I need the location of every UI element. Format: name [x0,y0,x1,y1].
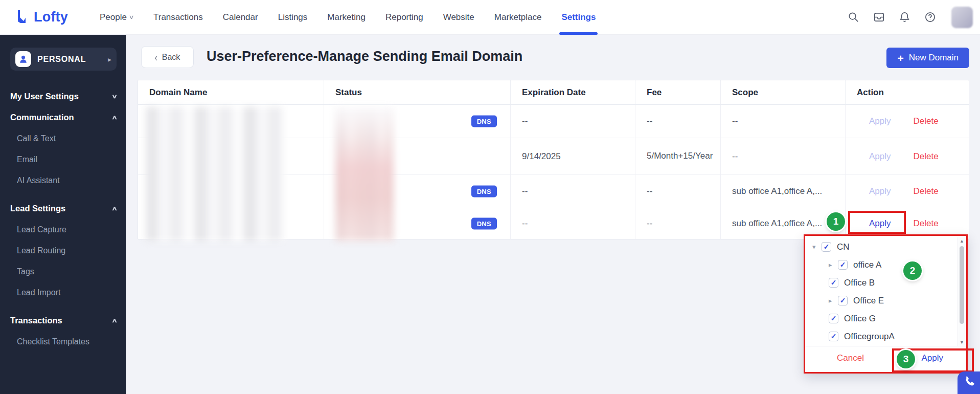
table-header-cell: Fee [635,80,721,105]
main-menu: People ∨ Transactions Calendar Listings … [100,0,616,35]
sidebar-item[interactable]: Lead Routing [10,240,117,261]
scroll-down-icon[interactable]: ▼ [958,339,966,346]
checkbox-checked[interactable]: ✓ [838,260,848,270]
sidebar-item[interactable]: Checklist Templates [10,331,117,352]
tree-row[interactable]: ✓ Office B [805,274,966,292]
sidebar-item[interactable]: Email [10,149,117,170]
scrollbar[interactable]: ▲ ▼ [958,237,965,346]
dns-badge[interactable]: DNS [471,218,497,230]
apply-link[interactable]: Apply [869,116,891,126]
step-badge-3: 3 [897,350,915,368]
expiration-cell: 9/14/2025 [511,138,635,174]
delete-link[interactable]: Delete [914,151,939,162]
action-cell: Apply Delete [846,105,969,138]
table-header-cell: Scope [721,80,846,105]
nav-item-label: Website [443,12,474,23]
nav-right-icons [847,7,973,28]
sidebar-item[interactable]: Transactions ∧ [10,310,117,331]
action-cell: Apply Delete [846,175,969,208]
fee-cell: -- [635,175,721,208]
checkbox-checked[interactable]: ✓ [829,314,838,323]
apply-link[interactable]: Apply [869,186,891,196]
checkbox-checked[interactable]: ✓ [838,296,848,305]
delete-link[interactable]: Delete [914,116,939,126]
dropdown-apply-button[interactable]: Apply [921,353,943,363]
sidebar-item[interactable]: AI Assistant [10,170,117,191]
checkbox-checked[interactable]: ✓ [829,332,838,341]
nav-item[interactable]: Marketing [327,0,366,35]
tree-row[interactable]: ✓ Office G [805,310,966,327]
nav-item[interactable]: Calendar [223,0,258,35]
page-title: User-Preference-Manage Sending Email Dom… [207,49,522,64]
nav-item[interactable]: Reporting [385,0,423,35]
apply-link[interactable]: Apply [869,151,891,162]
scroll-up-icon[interactable]: ▲ [958,237,966,245]
sidebar-item[interactable]: My User Settings ∨ [10,86,117,107]
nav-item[interactable]: Website [443,0,474,35]
sidebar-item[interactable]: Call & Text [10,128,117,149]
chevron-right-icon[interactable]: ▸ [108,55,111,63]
sidebar-item-label: Checklist Templates [17,337,89,346]
tree-caret-icon[interactable]: ▸ [829,261,838,269]
nav-item-label: Settings [561,12,596,23]
domain-table: Domain NameStatusExpiration DateFeeScope… [138,80,969,239]
step-badge-1: 1 [827,212,845,231]
inbox-icon[interactable] [873,11,885,24]
nav-item-label: Calendar [223,12,258,23]
sidebar-item[interactable]: Communication ∧ [10,107,117,128]
sidebar-item-label: AI Assistant [17,176,60,185]
person-icon [15,51,31,67]
checkbox-checked[interactable]: ✓ [829,278,838,288]
lofty-logo[interactable]: Lofty [13,8,68,27]
checkbox-checked[interactable]: ✓ [822,242,831,252]
nav-item-label: Reporting [385,12,423,23]
sidebar-item-label: Transactions [10,316,62,325]
sidebar-item[interactable]: Lead Capture [10,219,117,240]
new-domain-button[interactable]: + New Domain [886,48,969,68]
chevron-icon[interactable]: ∧ [111,317,118,324]
delete-link[interactable]: Delete [914,218,939,229]
search-icon[interactable] [847,11,859,24]
nav-item[interactable]: Marketplace [494,0,542,35]
app-screen: Lofty People ∨ Transactions Calendar Lis… [0,0,980,394]
nav-item[interactable]: Listings [278,0,308,35]
tree-caret-icon[interactable]: ▸ [829,297,838,304]
chevron-icon[interactable]: ∧ [111,205,118,212]
sidebar-item[interactable]: Tags [10,261,117,282]
office-tree: ▾ ✓ CN ▸ ✓ office A ✓ Office B ▸ ✓ Offic… [805,236,966,346]
scope-dropdown-panel: ▾ ✓ CN ▸ ✓ office A ✓ Office B ▸ ✓ Offic… [804,234,968,374]
back-button[interactable]: ‹ Back [141,46,194,68]
tree-row[interactable]: ▾ ✓ CN [805,238,966,256]
chevron-icon[interactable]: ∧ [111,114,118,121]
dns-badge[interactable]: DNS [471,116,497,127]
brand-name: Lofty [34,9,68,25]
sidebar-item[interactable]: Lead Settings ∧ [10,198,117,219]
cancel-button[interactable]: Cancel [837,353,864,363]
nav-item[interactable]: Transactions [153,0,203,35]
tree-row[interactable]: ▸ ✓ Office E [805,292,966,310]
nav-item[interactable]: People ∨ [100,0,133,35]
phone-icon [962,375,977,390]
sidebar-item[interactable]: Lead Import [10,282,117,303]
fee-cell: -- [635,105,721,138]
scrollbar-thumb[interactable] [960,246,964,324]
apply-link[interactable]: Apply [869,218,891,229]
bell-icon[interactable] [898,11,910,24]
scope-cell: -- [721,138,846,174]
tree-caret-icon[interactable]: ▾ [812,243,822,251]
nav-item[interactable]: Settings [561,0,596,35]
workspace-selector[interactable]: PERSONAL ▸ [10,48,117,71]
delete-link[interactable]: Delete [914,186,939,196]
help-icon[interactable] [924,11,936,24]
chevron-icon[interactable]: ∨ [111,93,118,100]
phone-widget-button[interactable] [958,371,980,394]
lofty-logo-icon [13,8,30,27]
dns-badge[interactable]: DNS [471,186,497,198]
action-cell: Apply Delete [846,138,969,174]
table-header-cell: Action [846,80,969,105]
user-avatar[interactable] [951,7,973,28]
tree-row[interactable]: ✓ OfficegroupA [805,327,966,345]
tree-node-label: Office B [844,278,875,288]
expiration-cell: -- [511,105,635,138]
tree-row[interactable]: ▸ ✓ office A [805,256,966,274]
